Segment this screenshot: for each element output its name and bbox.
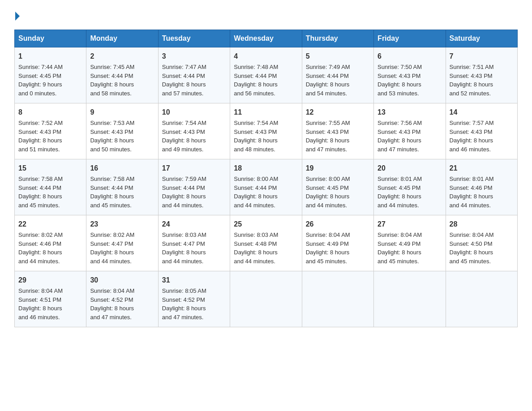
day-number: 4	[234, 51, 298, 62]
daylight-text: Daylight: 8 hours	[90, 305, 134, 312]
logo	[14, 11, 20, 21]
day-number: 29	[18, 275, 82, 286]
daylight-minutes-text: and 51 minutes.	[18, 146, 60, 153]
sunset-text: Sunset: 4:43 PM	[378, 128, 420, 135]
day-number: 25	[234, 219, 298, 230]
daylight-text: Daylight: 8 hours	[450, 137, 493, 144]
calendar-cell: 21 Sunrise: 8:01 AM Sunset: 4:46 PM Dayl…	[446, 159, 517, 215]
day-number: 8	[18, 107, 82, 118]
daylight-minutes-text: and 45 minutes.	[306, 258, 348, 265]
daylight-text: Daylight: 8 hours	[306, 249, 350, 256]
sunset-text: Sunset: 4:44 PM	[90, 184, 133, 191]
daylight-text: Daylight: 8 hours	[234, 193, 278, 200]
sunset-text: Sunset: 4:44 PM	[234, 73, 277, 79]
daylight-text: Daylight: 9 hours	[18, 81, 62, 88]
daylight-minutes-text: and 44 minutes.	[234, 202, 275, 209]
sunrise-text: Sunrise: 8:04 AM	[450, 231, 494, 238]
day-number: 9	[90, 107, 154, 118]
page-header	[14, 11, 518, 21]
day-number: 22	[18, 219, 82, 230]
calendar-cell: 9 Sunrise: 7:53 AM Sunset: 4:43 PM Dayli…	[86, 103, 158, 159]
day-number: 6	[378, 51, 442, 62]
day-number: 31	[162, 275, 226, 286]
sunset-text: Sunset: 4:43 PM	[162, 128, 205, 135]
daylight-minutes-text: and 46 minutes.	[18, 314, 60, 321]
daylight-text: Daylight: 8 hours	[450, 249, 493, 256]
week-row-2: 8 Sunrise: 7:52 AM Sunset: 4:43 PM Dayli…	[15, 103, 518, 159]
calendar-cell	[446, 271, 517, 327]
daylight-minutes-text: and 44 minutes.	[306, 202, 348, 209]
sunrise-text: Sunrise: 8:03 AM	[162, 231, 206, 238]
daylight-text: Daylight: 8 hours	[450, 193, 493, 200]
daylight-text: Daylight: 8 hours	[18, 249, 62, 256]
day-number: 1	[18, 51, 82, 62]
col-header-tuesday: Tuesday	[158, 30, 230, 47]
day-number: 14	[450, 107, 514, 118]
col-header-sunday: Sunday	[15, 30, 86, 47]
day-number: 20	[378, 163, 442, 174]
daylight-minutes-text: and 45 minutes.	[450, 258, 491, 265]
sunset-text: Sunset: 4:47 PM	[90, 240, 133, 247]
sunrise-text: Sunrise: 8:01 AM	[378, 176, 422, 182]
calendar-cell: 19 Sunrise: 8:00 AM Sunset: 4:45 PM Dayl…	[302, 159, 373, 215]
daylight-minutes-text: and 50 minutes.	[90, 146, 132, 153]
sunrise-text: Sunrise: 7:56 AM	[378, 120, 422, 126]
daylight-text: Daylight: 8 hours	[162, 81, 206, 88]
calendar-cell: 31 Sunrise: 8:05 AM Sunset: 4:52 PM Dayl…	[158, 271, 230, 327]
week-row-3: 15 Sunrise: 7:58 AM Sunset: 4:44 PM Dayl…	[15, 159, 518, 215]
sunset-text: Sunset: 4:44 PM	[234, 184, 277, 191]
sunset-text: Sunset: 4:49 PM	[378, 240, 420, 247]
day-number: 16	[90, 163, 154, 174]
sunset-text: Sunset: 4:43 PM	[378, 73, 420, 79]
sunrise-text: Sunrise: 8:02 AM	[18, 231, 63, 238]
calendar-cell: 30 Sunrise: 8:04 AM Sunset: 4:52 PM Dayl…	[86, 271, 158, 327]
daylight-minutes-text: and 58 minutes.	[90, 90, 132, 97]
daylight-text: Daylight: 8 hours	[306, 193, 350, 200]
daylight-minutes-text: and 47 minutes.	[306, 146, 348, 153]
col-header-thursday: Thursday	[302, 30, 373, 47]
calendar-cell: 6 Sunrise: 7:50 AM Sunset: 4:43 PM Dayli…	[374, 47, 446, 103]
calendar-cell: 24 Sunrise: 8:03 AM Sunset: 4:47 PM Dayl…	[158, 215, 230, 271]
calendar-cell	[374, 271, 446, 327]
daylight-minutes-text: and 44 minutes.	[18, 258, 60, 265]
col-header-monday: Monday	[86, 30, 158, 47]
calendar-cell: 23 Sunrise: 8:02 AM Sunset: 4:47 PM Dayl…	[86, 215, 158, 271]
sunset-text: Sunset: 4:46 PM	[450, 184, 493, 191]
daylight-minutes-text: and 44 minutes.	[90, 258, 132, 265]
day-number: 30	[90, 275, 154, 286]
calendar-cell: 22 Sunrise: 8:02 AM Sunset: 4:46 PM Dayl…	[15, 215, 86, 271]
sunrise-text: Sunrise: 7:58 AM	[18, 176, 63, 182]
sunrise-text: Sunrise: 8:02 AM	[90, 231, 134, 238]
daylight-text: Daylight: 8 hours	[90, 137, 134, 144]
day-number: 11	[234, 107, 298, 118]
sunrise-text: Sunrise: 7:53 AM	[90, 120, 134, 126]
day-number: 24	[162, 219, 226, 230]
calendar-cell: 29 Sunrise: 8:04 AM Sunset: 4:51 PM Dayl…	[15, 271, 86, 327]
sunset-text: Sunset: 4:43 PM	[18, 128, 61, 135]
day-number: 28	[450, 219, 514, 230]
logo-arrow-icon	[15, 12, 20, 21]
sunrise-text: Sunrise: 8:04 AM	[18, 287, 63, 294]
sunrise-text: Sunrise: 7:51 AM	[450, 64, 494, 70]
calendar-cell: 10 Sunrise: 7:54 AM Sunset: 4:43 PM Dayl…	[158, 103, 230, 159]
day-number: 18	[234, 163, 298, 174]
calendar-cell: 18 Sunrise: 8:00 AM Sunset: 4:44 PM Dayl…	[230, 159, 302, 215]
sunset-text: Sunset: 4:44 PM	[90, 73, 133, 79]
daylight-minutes-text: and 47 minutes.	[378, 146, 419, 153]
calendar-cell: 12 Sunrise: 7:55 AM Sunset: 4:43 PM Dayl…	[302, 103, 373, 159]
sunrise-text: Sunrise: 8:04 AM	[90, 287, 134, 294]
sunset-text: Sunset: 4:50 PM	[450, 240, 493, 247]
sunrise-text: Sunrise: 8:01 AM	[450, 176, 494, 182]
daylight-minutes-text: and 44 minutes.	[450, 202, 491, 209]
calendar-cell: 5 Sunrise: 7:49 AM Sunset: 4:44 PM Dayli…	[302, 47, 373, 103]
daylight-text: Daylight: 8 hours	[162, 193, 206, 200]
sunset-text: Sunset: 4:43 PM	[234, 128, 277, 135]
day-number: 10	[162, 107, 226, 118]
week-row-5: 29 Sunrise: 8:04 AM Sunset: 4:51 PM Dayl…	[15, 271, 518, 327]
sunset-text: Sunset: 4:47 PM	[162, 240, 205, 247]
daylight-minutes-text: and 53 minutes.	[378, 90, 419, 97]
sunset-text: Sunset: 4:43 PM	[450, 128, 493, 135]
daylight-minutes-text: and 52 minutes.	[450, 90, 491, 97]
daylight-minutes-text: and 45 minutes.	[18, 202, 60, 209]
daylight-text: Daylight: 8 hours	[378, 81, 421, 88]
